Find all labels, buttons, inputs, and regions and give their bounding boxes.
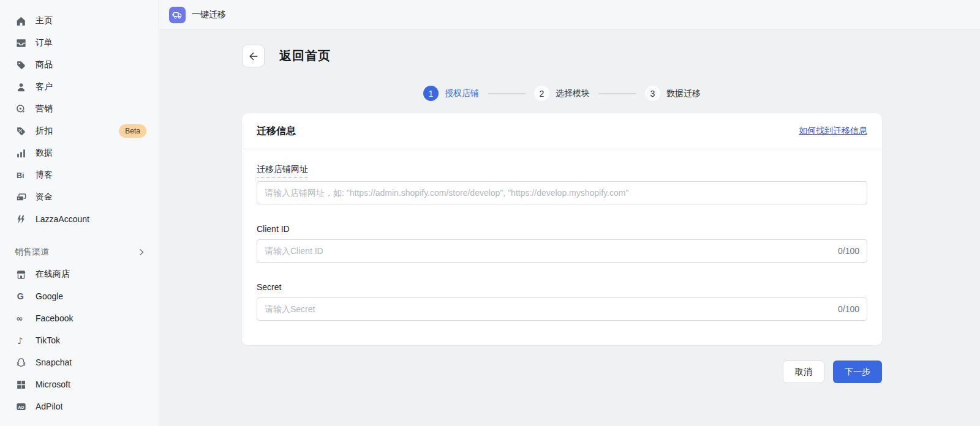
marketing-icon xyxy=(15,103,27,115)
card-title: 迁移信息 xyxy=(257,125,296,138)
sidebar-item-finance[interactable]: 资金 xyxy=(0,186,159,208)
secret-input-wrap: 0/100 xyxy=(257,297,867,321)
sidebar-item-label: 博客 xyxy=(36,170,146,181)
client-id-input[interactable] xyxy=(265,246,832,256)
secret-label: Secret xyxy=(257,282,281,292)
sidebar-item-tiktok[interactable]: ♪ TikTok xyxy=(0,329,159,351)
main-content: 返回首页 1 授权店铺 2 选择模块 3 数据迁移 xyxy=(159,30,980,426)
svg-text:Bi: Bi xyxy=(16,171,24,179)
sidebar-item-analytics[interactable]: 数据 xyxy=(0,142,159,164)
secret-input[interactable] xyxy=(265,304,832,314)
sidebar-item-label: 在线商店 xyxy=(36,269,146,280)
sidebar-item-customers[interactable]: 客户 xyxy=(0,76,159,98)
adpilot-icon: AD xyxy=(15,400,27,413)
snapchat-icon xyxy=(15,356,27,368)
sidebar-item-discount[interactable]: 折扣 Beta xyxy=(0,120,159,142)
back-row: 返回首页 xyxy=(242,45,882,67)
discount-icon xyxy=(15,125,27,137)
back-button[interactable] xyxy=(242,45,265,67)
sidebar-section-sales-channels[interactable]: 销售渠道 xyxy=(0,241,159,263)
orders-icon xyxy=(15,37,27,49)
online-store-icon xyxy=(15,268,27,280)
finance-icon xyxy=(15,191,27,203)
client-id-label: Client ID xyxy=(257,224,290,234)
svg-text:♪: ♪ xyxy=(17,335,23,346)
sidebar-item-label: Snapchat xyxy=(36,357,146,367)
arrow-left-icon xyxy=(247,50,260,62)
sidebar-item-label: LazzaAccount xyxy=(36,214,146,224)
card-header: 迁移信息 如何找到迁移信息 xyxy=(242,113,882,149)
sidebar-item-label: 主页 xyxy=(36,15,146,26)
products-icon xyxy=(15,59,27,71)
sidebar-item-facebook[interactable]: ∞ Facebook xyxy=(0,307,159,329)
migration-info-card: 迁移信息 如何找到迁移信息 迁移店铺网址 Client ID xyxy=(242,113,882,345)
store-url-input[interactable] xyxy=(265,188,859,198)
sidebar-item-orders[interactable]: 订单 xyxy=(0,32,159,54)
facebook-meta-icon: ∞ xyxy=(15,312,27,324)
step-data-migration[interactable]: 3 数据迁移 xyxy=(645,86,701,101)
step-number: 1 xyxy=(423,86,439,101)
sidebar-item-blog[interactable]: Bi 博客 xyxy=(0,164,159,186)
sidebar-item-label: 营销 xyxy=(36,103,146,114)
truck-icon xyxy=(169,7,186,23)
app-topbar: 一键迁移 xyxy=(159,0,980,30)
page-title: 返回首页 xyxy=(279,48,331,64)
sidebar: 主页 订单 商品 客户 营销 折扣 Beta 数据 xyxy=(0,0,159,426)
tiktok-icon: ♪ xyxy=(15,334,27,346)
sidebar-item-online-store[interactable]: 在线商店 xyxy=(0,263,159,285)
sidebar-item-google[interactable]: G Google xyxy=(0,285,159,307)
section-label: 销售渠道 xyxy=(15,247,137,258)
sidebar-item-label: 商品 xyxy=(36,59,146,70)
chevron-right-icon xyxy=(137,247,146,257)
sidebar-item-label: 客户 xyxy=(36,81,146,92)
svg-text:G: G xyxy=(17,291,23,301)
sidebar-item-products[interactable]: 商品 xyxy=(0,54,159,76)
card-body: 迁移店铺网址 Client ID 0/100 Secret xyxy=(242,149,882,345)
customers-icon xyxy=(15,81,27,93)
step-label: 数据迁移 xyxy=(666,88,701,99)
sidebar-item-label: Microsoft xyxy=(36,379,146,389)
next-step-button[interactable]: 下一步 xyxy=(833,361,882,383)
step-connector xyxy=(598,93,636,94)
migration-stepper: 1 授权店铺 2 选择模块 3 数据迁移 xyxy=(242,86,882,101)
client-id-field: Client ID 0/100 xyxy=(257,219,867,263)
sidebar-item-marketing[interactable]: 营销 xyxy=(0,98,159,120)
app-title: 一键迁移 xyxy=(192,9,226,20)
blog-icon: Bi xyxy=(15,169,27,181)
lazza-account-icon xyxy=(15,213,27,225)
sidebar-item-label: Google xyxy=(36,291,146,301)
sidebar-item-label: 资金 xyxy=(36,192,146,203)
home-icon xyxy=(15,15,27,27)
store-url-field: 迁移店铺网址 xyxy=(257,159,867,204)
store-url-input-wrap xyxy=(257,181,867,204)
secret-counter: 0/100 xyxy=(838,304,859,314)
sidebar-item-label: AdPilot xyxy=(36,402,146,411)
sidebar-item-snapchat[interactable]: Snapchat xyxy=(0,351,159,373)
step-select-modules[interactable]: 2 选择模块 xyxy=(534,86,590,101)
secret-field: Secret 0/100 xyxy=(257,277,867,321)
sidebar-item-lazza-account[interactable]: LazzaAccount xyxy=(0,208,159,230)
store-url-label: 迁移店铺网址 xyxy=(257,164,308,177)
sidebar-item-adpilot[interactable]: AD AdPilot xyxy=(0,395,159,417)
cancel-button[interactable]: 取消 xyxy=(783,361,824,383)
svg-text:AD: AD xyxy=(18,405,24,409)
right-pane: 一键迁移 返回首页 1 授权店铺 2 选择模块 xyxy=(159,0,980,426)
sidebar-item-home[interactable]: 主页 xyxy=(0,10,159,32)
beta-badge: Beta xyxy=(119,124,146,138)
sidebar-item-label: 数据 xyxy=(36,148,146,159)
step-connector xyxy=(488,93,526,94)
client-id-counter: 0/100 xyxy=(838,246,859,256)
step-number: 3 xyxy=(645,86,660,101)
step-label: 选择模块 xyxy=(556,88,590,99)
footer-actions: 取消 下一步 xyxy=(242,361,882,383)
step-number: 2 xyxy=(534,86,549,101)
step-label: 授权店铺 xyxy=(445,88,479,99)
help-link[interactable]: 如何找到迁移信息 xyxy=(799,125,867,136)
svg-text:∞: ∞ xyxy=(16,313,23,323)
sidebar-item-microsoft[interactable]: Microsoft xyxy=(0,373,159,395)
sidebar-item-label: 折扣 xyxy=(36,125,110,136)
analytics-icon xyxy=(15,147,27,159)
step-authorize-store[interactable]: 1 授权店铺 xyxy=(423,86,479,101)
sidebar-item-label: TikTok xyxy=(36,335,146,345)
google-icon: G xyxy=(15,290,27,302)
